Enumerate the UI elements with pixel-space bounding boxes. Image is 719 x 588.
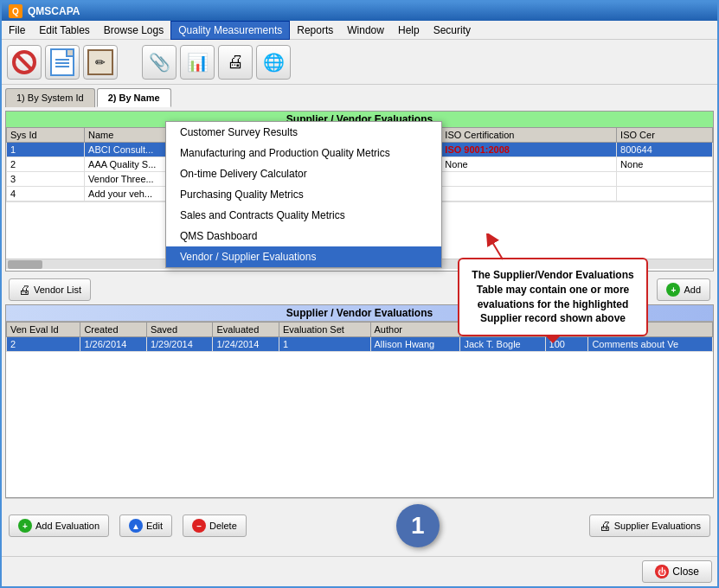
action-bar: + Add Evaluation ▲ Edit – Delete 1 🖨 Sup… bbox=[5, 498, 714, 553]
app-icon: Q bbox=[9, 4, 22, 18]
vendor-list-icon: 🖨 bbox=[18, 283, 30, 297]
vendor-list-button[interactable]: 🖨 Vendor List bbox=[9, 278, 91, 301]
table-row[interactable]: 3 Vendor Three... 1/27/2014 bbox=[7, 172, 713, 187]
menu-edit-tables[interactable]: Edit Tables bbox=[32, 22, 96, 39]
edit-button[interactable]: ▲ Edit bbox=[119, 514, 172, 537]
supplier-eval-icon: 🖨 bbox=[599, 519, 611, 533]
menu-file[interactable]: File bbox=[2, 22, 32, 39]
cell-iso-cert bbox=[441, 187, 617, 201]
cell-iso-cer2 bbox=[617, 172, 713, 187]
add-vendor-label: Add bbox=[684, 284, 701, 295]
bottom-bar: ⏻ Close bbox=[2, 556, 717, 586]
toolbar-doc-btn[interactable] bbox=[45, 45, 80, 80]
cell-iso-cert: None bbox=[441, 157, 617, 172]
close-icon: ⏻ bbox=[655, 565, 669, 578]
col-sys-id: Sys Id bbox=[7, 128, 85, 143]
delete-label: Delete bbox=[209, 521, 237, 531]
col-eval-set: Evaluation Set bbox=[279, 323, 370, 337]
cell-created: 1/26/2014 bbox=[80, 337, 147, 352]
add-vendor-button[interactable]: + Add bbox=[657, 278, 710, 301]
upper-panel: Supplier / Vendor Evaluations Sys Id Nam… bbox=[5, 111, 714, 272]
cell-evaluated: 1/24/2014 bbox=[213, 337, 279, 352]
cell-comments: Comments about Ve bbox=[588, 337, 713, 352]
close-button[interactable]: ⏻ Close bbox=[642, 560, 712, 583]
cell-saved: 1/29/2014 bbox=[146, 337, 213, 352]
col-edit-date: Edit Date bbox=[256, 128, 441, 143]
toolbar-chart-btn[interactable]: 📊 bbox=[180, 45, 215, 80]
cell-sys-id: 3 bbox=[7, 172, 85, 187]
svg-line-0 bbox=[490, 238, 503, 259]
delete-icon: – bbox=[192, 519, 206, 533]
toolbar-cancel-btn[interactable] bbox=[7, 45, 42, 80]
cell-edit-date: 1/26/2014 bbox=[256, 157, 441, 172]
evaluation-row[interactable]: 2 1/26/2014 1/29/2014 1/24/2014 1 Alliso… bbox=[7, 337, 713, 352]
tab-bar: 1) By System Id 2) By Name bbox=[5, 88, 714, 107]
menu-window[interactable]: Window bbox=[340, 22, 391, 39]
cell-iso-cer2: None bbox=[617, 157, 713, 172]
table-row[interactable]: 2 AAA Quality S... 1/26/2014 None None bbox=[7, 157, 713, 172]
callout-text: The Supplier/Vendor Evaluations Table ma… bbox=[472, 269, 633, 324]
col-iso-cer2: ISO Cer bbox=[617, 128, 713, 143]
close-label: Close bbox=[672, 566, 699, 578]
vendor-list-label: Vendor List bbox=[34, 284, 81, 295]
add-evaluation-label: Add Evaluation bbox=[35, 521, 100, 531]
delete-button[interactable]: – Delete bbox=[183, 514, 247, 537]
cell-eval-set: 1 bbox=[279, 337, 370, 352]
add-evaluation-icon: + bbox=[18, 519, 32, 533]
cell-iso-cert: ISO 9001:2008 bbox=[441, 143, 617, 157]
cell-author: Allison Hwang bbox=[370, 337, 460, 352]
add-vendor-icon: + bbox=[666, 283, 680, 297]
col-name: Name bbox=[85, 128, 257, 143]
cell-sys-id: 2 bbox=[7, 157, 85, 172]
col-author: Author bbox=[370, 323, 460, 337]
edit-label: Edit bbox=[146, 521, 163, 531]
cell-sys-id: 4 bbox=[7, 187, 85, 201]
cell-iso-cer2 bbox=[617, 187, 713, 201]
toolbar-print-btn[interactable]: 🖨 bbox=[218, 45, 253, 80]
table-row[interactable]: 1 ABCI Consult... 1/30/2014 ISO 9001:200… bbox=[7, 143, 713, 157]
toolbar-globe-btn[interactable]: 🌐 bbox=[256, 45, 291, 80]
menu-bar: File Edit Tables Browse Logs Quality Mea… bbox=[2, 21, 717, 40]
tab-by-name[interactable]: 2) By Name bbox=[97, 88, 171, 107]
menu-help[interactable]: Help bbox=[391, 22, 427, 39]
main-content: Customer Survey Results Manufacturing an… bbox=[2, 85, 717, 556]
supplier-evaluations-button[interactable]: 🖨 Supplier Evaluations bbox=[589, 514, 710, 537]
col-iso-cert: ISO Certification bbox=[441, 128, 617, 143]
col-saved: Saved bbox=[146, 323, 213, 337]
tab-by-system-id[interactable]: 1) By System Id bbox=[5, 88, 95, 107]
vendor-table: Sys Id Name Edit Date ISO Certification … bbox=[6, 127, 713, 201]
col-evaluated: Evaluated bbox=[213, 323, 279, 337]
col-ven-eval-id: Ven Eval Id bbox=[7, 323, 80, 337]
toolbar-edit-btn[interactable]: ✏ bbox=[83, 45, 118, 80]
callout-box: The Supplier/Vendor Evaluations Table ma… bbox=[458, 258, 648, 336]
cell-ven-eval-id: 2 bbox=[7, 337, 80, 352]
cell-name: Add your veh... bbox=[85, 187, 257, 201]
menu-reports[interactable]: Reports bbox=[290, 22, 340, 39]
cell-sys-id: 1 bbox=[7, 143, 85, 157]
menu-security[interactable]: Security bbox=[427, 22, 478, 39]
badge-number: 1 bbox=[411, 512, 425, 540]
toolbar: ✏ 📎 📊 🖨 🌐 bbox=[2, 40, 717, 85]
col-created: Created bbox=[80, 323, 147, 337]
edit-icon: ▲ bbox=[129, 519, 143, 533]
cell-name: AAA Quality S... bbox=[85, 157, 257, 172]
cell-iso-cert bbox=[441, 172, 617, 187]
toolbar-attach-btn[interactable]: 📎 bbox=[142, 45, 177, 80]
cell-name: Vendor Three... bbox=[85, 172, 257, 187]
cell-edit-date: 1/30/2014 bbox=[256, 143, 441, 157]
page-badge: 1 bbox=[396, 504, 440, 547]
cell-edit-date: 1/27/2014 bbox=[256, 172, 441, 187]
window-title: QMSCAPA bbox=[28, 5, 80, 17]
table-row[interactable]: 4 Add your veh... 1/07/2014 bbox=[7, 187, 713, 201]
title-bar: Q QMSCAPA bbox=[2, 2, 717, 21]
menu-quality-measurements[interactable]: Quality Measurements bbox=[170, 21, 290, 40]
cell-iso-cer2: 800644 bbox=[617, 143, 713, 157]
cell-name: ABCI Consult... bbox=[85, 143, 257, 157]
cell-evaluator: Jack T. Bogle bbox=[460, 337, 545, 352]
upper-panel-header: Supplier / Vendor Evaluations bbox=[6, 112, 713, 127]
cell-edit-date: 1/07/2014 bbox=[256, 187, 441, 201]
menu-browse-logs[interactable]: Browse Logs bbox=[97, 22, 170, 39]
add-evaluation-button[interactable]: + Add Evaluation bbox=[9, 514, 109, 537]
supplier-evaluations-label: Supplier Evaluations bbox=[614, 521, 701, 531]
